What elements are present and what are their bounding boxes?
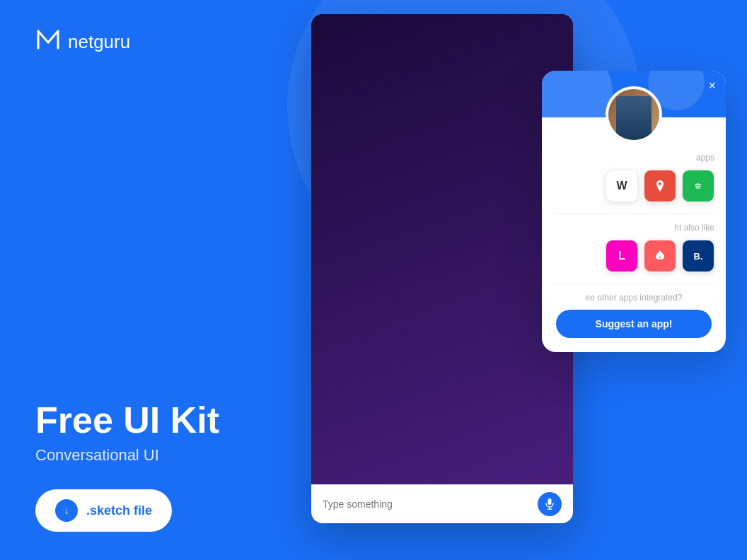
right-card-header: × [542,71,726,117]
mic-button[interactable] [538,492,562,516]
logo-text: netguru [68,31,130,53]
booking-icon: B. [694,251,703,262]
app-airbnb[interactable] [644,240,676,272]
app-booking[interactable]: B. [682,240,714,272]
user-large-avatar [606,86,662,143]
chat-input-bar [311,484,573,523]
hero-title: Free UI Kit [35,400,276,441]
hero-subtitle: Conversational UI [35,446,276,465]
close-button[interactable]: × [708,79,716,92]
spotify-icon [690,178,706,194]
airbnb-icon [652,248,668,264]
chat-input[interactable] [323,498,531,510]
lyft-icon: L [618,250,625,262]
download-icon: ↓ [55,499,78,522]
also-like-grid: L B. [553,240,714,272]
app-wikipedia[interactable]: W [606,170,638,202]
movies-strip: ROGUE ONE HIDDENFIGURES [351,187,573,265]
right-panel-card: × apps W [542,71,726,352]
chat-body: Show me what they play in theaters near … [311,53,573,484]
logo-icon [35,28,61,56]
suggest-app-button[interactable]: Suggest an app! [556,310,712,338]
chat-window: ≡ Chat Hub ⚙ Show me what they play in t… [311,14,573,523]
suggest-text: ee other apps integrated? [556,293,712,303]
foursquare-icon [653,179,667,193]
divider-1 [553,214,714,214]
message-bot-1: Closest is Red Carpet Theater, 1.5km fro… [323,128,562,277]
app-spotify[interactable] [682,170,714,202]
app-foursquare[interactable] [644,170,676,202]
sketch-download-button[interactable]: ↓ .sketch file [35,489,172,532]
apps-grid: W [553,170,714,202]
divider-2 [553,284,714,284]
suggest-section: ee other apps integrated? Suggest an app… [553,293,714,338]
hero-section: Free UI Kit Conversational UI ↓ .sketch … [35,400,276,532]
logo-area: netguru [35,28,276,56]
bot-content-1: Closest is Red Carpet Theater, 1.5km fro… [351,128,573,277]
wikipedia-icon: W [616,180,627,192]
svg-rect-0 [548,498,552,505]
also-like-label: ht also like [553,223,714,233]
right-card-body: apps W ht al [542,117,726,338]
sketch-btn-label: .sketch file [86,503,152,518]
app-lyft[interactable]: L [606,240,638,272]
left-panel: netguru Free UI Kit Conversational UI ↓ … [0,0,311,560]
apps-section-label: apps [553,153,714,163]
